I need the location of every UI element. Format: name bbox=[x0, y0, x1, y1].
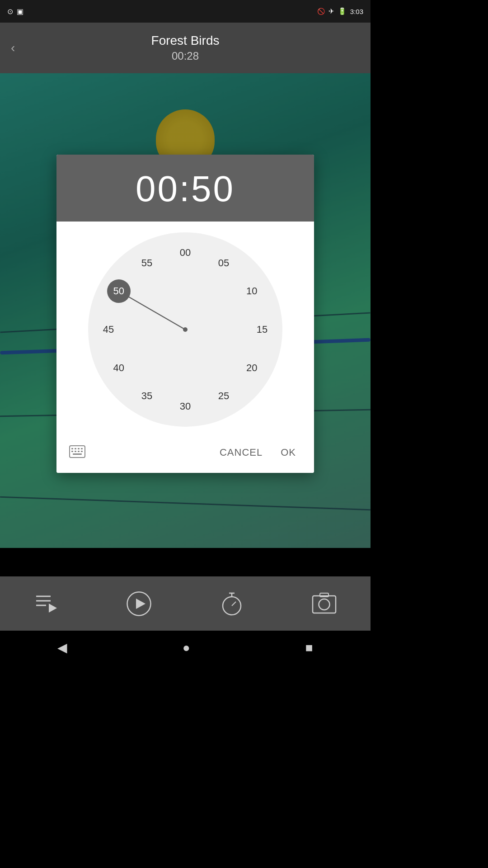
svg-rect-6 bbox=[78, 448, 80, 449]
timer-button[interactable] bbox=[218, 590, 245, 617]
svg-point-2 bbox=[183, 328, 187, 331]
svg-line-22 bbox=[232, 602, 236, 606]
back-nav-button[interactable]: ◀ bbox=[57, 640, 67, 655]
clock-number-25[interactable]: 25 bbox=[218, 390, 229, 402]
photo-button[interactable] bbox=[311, 590, 338, 617]
svg-rect-10 bbox=[78, 451, 80, 452]
player-controls bbox=[0, 576, 371, 631]
clock-number-40[interactable]: 40 bbox=[113, 362, 124, 374]
clock-number-10[interactable]: 10 bbox=[246, 285, 257, 297]
keyboard-toggle-button[interactable] bbox=[66, 442, 89, 463]
clock-number-35[interactable]: 35 bbox=[141, 390, 152, 402]
time-picker-dialog: 00:50 bbox=[56, 155, 314, 473]
svg-rect-5 bbox=[75, 448, 76, 449]
background-area: 00:50 bbox=[0, 73, 371, 548]
track-time: 00:28 bbox=[151, 50, 220, 62]
playlist-button[interactable] bbox=[33, 590, 60, 617]
status-time: 3:03 bbox=[350, 8, 363, 15]
battery-icon: 🔋 bbox=[338, 7, 347, 15]
clock-hand-svg bbox=[88, 232, 282, 427]
dialog-body: 000510152025303540455055 bbox=[56, 222, 314, 436]
clock-number-00[interactable]: 00 bbox=[180, 247, 191, 259]
clock-number-45[interactable]: 45 bbox=[103, 324, 114, 335]
ok-button[interactable]: OK bbox=[272, 441, 305, 464]
track-info: Forest Birds 00:28 bbox=[151, 33, 220, 62]
svg-point-24 bbox=[319, 599, 330, 610]
svg-rect-23 bbox=[313, 596, 336, 613]
clock-number-05[interactable]: 05 bbox=[218, 257, 229, 269]
svg-rect-11 bbox=[81, 451, 83, 452]
home-nav-button[interactable]: ● bbox=[183, 641, 190, 655]
clock-container[interactable]: 000510152025303540455055 bbox=[88, 232, 282, 427]
sd-card-icon: ▣ bbox=[17, 7, 23, 16]
dialog-footer: CANCEL OK bbox=[56, 436, 314, 473]
recent-nav-button[interactable]: ■ bbox=[305, 641, 313, 655]
clock-face[interactable]: 000510152025303540455055 bbox=[88, 232, 282, 427]
record-icon: ⊙ bbox=[7, 7, 13, 16]
clock-number-55[interactable]: 55 bbox=[141, 257, 152, 269]
svg-marker-16 bbox=[49, 604, 57, 613]
svg-rect-8 bbox=[71, 451, 73, 452]
svg-rect-12 bbox=[73, 453, 82, 455]
clock-number-50[interactable]: 50 bbox=[107, 279, 131, 303]
airplane-icon: ✈ bbox=[328, 7, 334, 15]
clock-number-30[interactable]: 30 bbox=[180, 401, 191, 412]
svg-rect-4 bbox=[71, 448, 73, 449]
status-bar: ⊙ ▣ 🚫 ✈ 🔋 3:03 bbox=[0, 0, 371, 23]
time-display: 00:50 bbox=[67, 171, 303, 207]
svg-marker-18 bbox=[136, 599, 145, 609]
svg-rect-7 bbox=[81, 448, 83, 449]
track-title: Forest Birds bbox=[151, 33, 220, 48]
no-sim-icon: 🚫 bbox=[317, 8, 325, 15]
clock-number-15[interactable]: 15 bbox=[257, 324, 267, 335]
clock-number-20[interactable]: 20 bbox=[246, 362, 257, 374]
cancel-button[interactable]: CANCEL bbox=[211, 441, 272, 464]
dialog-header: 00:50 bbox=[56, 155, 314, 222]
nav-bar: ◀ ● ■ bbox=[0, 631, 371, 665]
svg-rect-9 bbox=[75, 451, 76, 452]
back-button[interactable]: ‹ bbox=[11, 41, 15, 55]
play-button[interactable] bbox=[126, 590, 153, 617]
app-bar: ‹ Forest Birds 00:28 bbox=[0, 23, 371, 73]
